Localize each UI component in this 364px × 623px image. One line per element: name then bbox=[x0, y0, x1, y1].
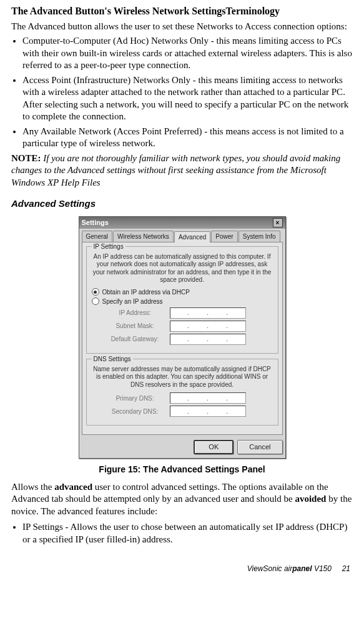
features-list: IP Settings - Allows the user to chose b… bbox=[11, 521, 353, 546]
default-gateway-input[interactable]: ... bbox=[170, 334, 246, 345]
radio-icon bbox=[92, 288, 99, 296]
ip-settings-group: IP Settings An IP address can be automat… bbox=[86, 246, 278, 354]
dns-settings-group: DNS Settings Name server addresses may b… bbox=[86, 359, 278, 426]
list-item: Any Available Network (Acces Point Prefe… bbox=[22, 126, 353, 150]
cancel-button[interactable]: Cancel bbox=[237, 440, 282, 454]
list-item: IP Settings - Allows the user to chose b… bbox=[22, 521, 353, 546]
footer-model: V150 bbox=[312, 564, 332, 573]
footer-panel: panel bbox=[292, 564, 312, 573]
primary-dns-input[interactable]: ... bbox=[170, 392, 246, 404]
note-paragraph: NOTE: If you are not thoroughly familiar… bbox=[11, 152, 353, 189]
document-page: The Advanced Button's Wireless Network S… bbox=[0, 0, 364, 581]
radio-dhcp[interactable]: Obtain an IP address via DHCP bbox=[92, 288, 273, 296]
footer-page-number: 21 bbox=[342, 564, 350, 573]
subnet-mask-input[interactable]: ... bbox=[170, 321, 246, 332]
ip-address-label: IP Address: bbox=[106, 309, 165, 317]
subnet-mask-label: Subnet Mask: bbox=[106, 322, 165, 330]
note-label: NOTE: bbox=[11, 153, 41, 163]
list-item: Access Point (Infrastructure) Networks O… bbox=[22, 74, 353, 123]
after-figure-paragraph: Allows the advanced user to control adva… bbox=[11, 481, 353, 518]
default-gateway-label: Default Gateway: bbox=[106, 335, 165, 343]
page-heading: The Advanced Button's Wireless Network S… bbox=[11, 5, 353, 18]
options-list: Computer-to-Computer (Ad Hoc) Networks O… bbox=[11, 35, 353, 150]
settings-dialog: Settings × General Wireless Networks Adv… bbox=[79, 216, 286, 459]
dialog-title: Settings bbox=[82, 218, 109, 227]
secondary-dns-label: Secondary DNS: bbox=[106, 407, 165, 416]
radio-specify[interactable]: Specify an IP address bbox=[92, 297, 273, 306]
section-title: Advanced Settings bbox=[11, 197, 353, 210]
footer-brand: ViewSonic bbox=[247, 564, 284, 573]
radio-dhcp-label: Obtain an IP address via DHCP bbox=[102, 288, 190, 296]
tab-power[interactable]: Power bbox=[211, 231, 237, 242]
tab-wireless-networks[interactable]: Wireless Networks bbox=[113, 231, 174, 242]
dialog-button-row: OK Cancel bbox=[79, 435, 285, 457]
ok-button[interactable]: OK bbox=[194, 440, 234, 454]
dialog-titlebar: Settings × bbox=[79, 217, 285, 229]
primary-dns-label: Primary DNS: bbox=[106, 394, 165, 402]
intro-paragraph: The Advanced button allows the user to s… bbox=[11, 21, 353, 33]
page-footer: ViewSonic airpanel V150 21 bbox=[11, 564, 353, 574]
dns-group-desc: Name server addresses may be automatical… bbox=[92, 366, 273, 389]
ip-group-desc: An IP address can be automatically assig… bbox=[92, 253, 273, 284]
text-span: Allows the bbox=[11, 482, 54, 492]
radio-specify-label: Specify an IP address bbox=[102, 297, 163, 306]
radio-icon bbox=[92, 297, 99, 305]
ip-address-input[interactable]: ... bbox=[170, 307, 246, 319]
bold-span: avoided bbox=[295, 494, 326, 504]
tab-body: IP Settings An IP address can be automat… bbox=[82, 242, 283, 436]
figure-screenshot: Settings × General Wireless Networks Adv… bbox=[11, 216, 353, 459]
bold-span: advanced bbox=[54, 482, 92, 492]
secondary-dns-input[interactable]: ... bbox=[170, 406, 246, 417]
tab-advanced[interactable]: Advanced bbox=[174, 231, 210, 242]
dns-group-title: DNS Settings bbox=[92, 355, 133, 363]
footer-air: air bbox=[284, 564, 292, 573]
list-item: Computer-to-Computer (Ad Hoc) Networks O… bbox=[22, 35, 353, 72]
tab-general[interactable]: General bbox=[82, 231, 113, 242]
ip-group-title: IP Settings bbox=[92, 242, 125, 251]
close-icon[interactable]: × bbox=[273, 218, 283, 227]
tab-system-info[interactable]: System Info bbox=[239, 231, 280, 242]
figure-caption: Figure 15: The Advanced Settings Panel bbox=[11, 464, 353, 475]
tab-strip: General Wireless Networks Advanced Power… bbox=[79, 229, 285, 242]
note-text: If you are not thoroughly familiar with … bbox=[11, 153, 340, 187]
